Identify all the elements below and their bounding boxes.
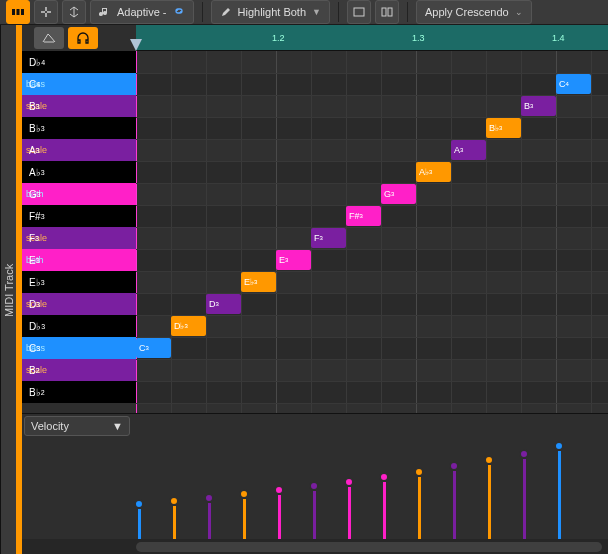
editor-body: MIDI Track 1.2 1 (0, 25, 608, 554)
piano-key[interactable]: E3both (22, 249, 136, 271)
velocity-panel: Velocity ▼ (22, 413, 608, 539)
expand-icon (67, 5, 81, 19)
midi-note[interactable]: A♭3 (416, 162, 451, 182)
grid-area: D♭4C4bassB3scaleB♭3A3scaleA♭3G3bothF#3F3… (22, 51, 608, 413)
note-grid[interactable]: C3D♭3D3E♭3E3F3F#3G3A♭3A3B♭3B3C4 (136, 51, 608, 413)
ruler-tick: 1.4 (550, 25, 565, 50)
piano-key[interactable]: B♭3 (22, 117, 136, 139)
track-label-tab[interactable]: MIDI Track (0, 25, 16, 554)
velocity-bar[interactable] (243, 499, 246, 539)
toolbar-separator (202, 2, 203, 22)
velocity-handle[interactable] (274, 485, 284, 495)
velocity-handle[interactable] (169, 496, 179, 506)
velocity-handle[interactable] (379, 472, 389, 482)
key-note-label: B♭3 (26, 118, 45, 138)
midi-note[interactable]: D3 (206, 294, 241, 314)
velocity-bar[interactable] (348, 487, 351, 539)
apply-label: Apply Crescendo (425, 6, 509, 18)
velocity-lane[interactable] (136, 438, 608, 539)
piano-key[interactable]: D♭3 (22, 315, 136, 337)
midi-note[interactable]: E3 (276, 250, 311, 270)
velocity-handle[interactable] (344, 477, 354, 487)
track-label: MIDI Track (3, 263, 15, 316)
velocity-bar[interactable] (208, 503, 211, 539)
velocity-bar[interactable] (523, 459, 526, 539)
velocity-handle[interactable] (554, 441, 564, 451)
adaptive-dropdown[interactable]: Adaptive - (90, 0, 194, 24)
key-note-label: G3 (26, 184, 41, 204)
piano-key[interactable]: F#3 (22, 205, 136, 227)
midi-note[interactable]: A3 (451, 140, 486, 160)
layout-single-button[interactable] (347, 0, 371, 24)
velocity-handle[interactable] (519, 449, 529, 459)
velocity-bar[interactable] (313, 491, 316, 539)
svg-rect-0 (12, 9, 15, 15)
midi-note[interactable]: F#3 (346, 206, 381, 226)
velocity-bar[interactable] (278, 495, 281, 539)
piano-key[interactable]: C4bass (22, 73, 136, 95)
velocity-handle[interactable] (414, 467, 424, 477)
piano-keys: D♭4C4bassB3scaleB♭3A3scaleA♭3G3bothF#3F3… (22, 51, 136, 413)
midi-note[interactable]: B♭3 (486, 118, 521, 138)
velocity-handle[interactable] (309, 481, 319, 491)
audition-button[interactable] (68, 27, 98, 49)
piano-key[interactable]: D3scale (22, 293, 136, 315)
piano-key[interactable]: A♭3 (22, 161, 136, 183)
velocity-bar[interactable] (418, 477, 421, 539)
key-note-label: B2 (26, 360, 40, 380)
toolbar-separator (407, 2, 408, 22)
highlight-dropdown[interactable]: Highlight Both ▼ (211, 0, 330, 24)
velocity-bar[interactable] (138, 509, 141, 539)
timeline-ruler[interactable]: 1.2 1.3 1.4 (136, 25, 608, 51)
grid-icon (11, 5, 25, 19)
velocity-handle[interactable] (239, 489, 249, 499)
ruler-tick: 1.3 (410, 25, 425, 50)
velocity-lane-select[interactable]: Velocity ▼ (24, 416, 130, 436)
piano-key[interactable]: B3scale (22, 95, 136, 117)
horizontal-scrollbar[interactable] (22, 539, 608, 554)
ruler-tick: 1.2 (270, 25, 285, 50)
midi-note[interactable]: B3 (521, 96, 556, 116)
key-note-label: D♭4 (26, 52, 45, 72)
tool-draw-button[interactable] (6, 0, 30, 24)
chevron-down-icon: ▼ (312, 7, 321, 17)
midi-note[interactable]: C3 (136, 338, 171, 358)
piano-key[interactable]: F3scale (22, 227, 136, 249)
scroll-thumb[interactable] (136, 542, 602, 552)
pencil-icon (220, 6, 232, 18)
tool-snap-button[interactable] (34, 0, 58, 24)
velocity-bar[interactable] (558, 451, 561, 539)
tool-expand-button[interactable] (62, 0, 86, 24)
velocity-bar[interactable] (453, 471, 456, 539)
midi-note[interactable]: E♭3 (241, 272, 276, 292)
apply-crescendo-dropdown[interactable]: Apply Crescendo ⌄ (416, 0, 532, 24)
midi-note[interactable]: G3 (381, 184, 416, 204)
key-note-label: B♭2 (26, 382, 45, 402)
velocity-handle[interactable] (449, 461, 459, 471)
key-note-label: F3 (26, 228, 39, 248)
toolbar: Adaptive - Highlight Both ▼ Apply Cresce… (0, 0, 608, 25)
velocity-handle[interactable] (484, 455, 494, 465)
velocity-handle[interactable] (204, 493, 214, 503)
highlight-label: Highlight Both (238, 6, 307, 18)
link-icon (173, 5, 185, 19)
midi-note[interactable]: C4 (556, 74, 591, 94)
piano-key[interactable]: A3scale (22, 139, 136, 161)
piano-key[interactable]: C3bass (22, 337, 136, 359)
svg-rect-5 (388, 8, 392, 16)
key-note-label: A♭3 (26, 162, 45, 182)
midi-note[interactable]: F3 (311, 228, 346, 248)
velocity-handle[interactable] (134, 499, 144, 509)
piano-key[interactable]: B♭2 (22, 381, 136, 403)
drums-mode-button[interactable] (34, 27, 64, 49)
piano-key[interactable]: E♭3 (22, 271, 136, 293)
velocity-bar[interactable] (383, 482, 386, 539)
velocity-bar[interactable] (488, 465, 491, 539)
layout-split-button[interactable] (375, 0, 399, 24)
piano-key[interactable]: D♭4 (22, 51, 136, 73)
piano-key[interactable]: B2scale (22, 359, 136, 381)
velocity-bar[interactable] (173, 506, 176, 539)
midi-note[interactable]: D♭3 (171, 316, 206, 336)
svg-rect-4 (382, 8, 386, 16)
piano-key[interactable]: G3both (22, 183, 136, 205)
